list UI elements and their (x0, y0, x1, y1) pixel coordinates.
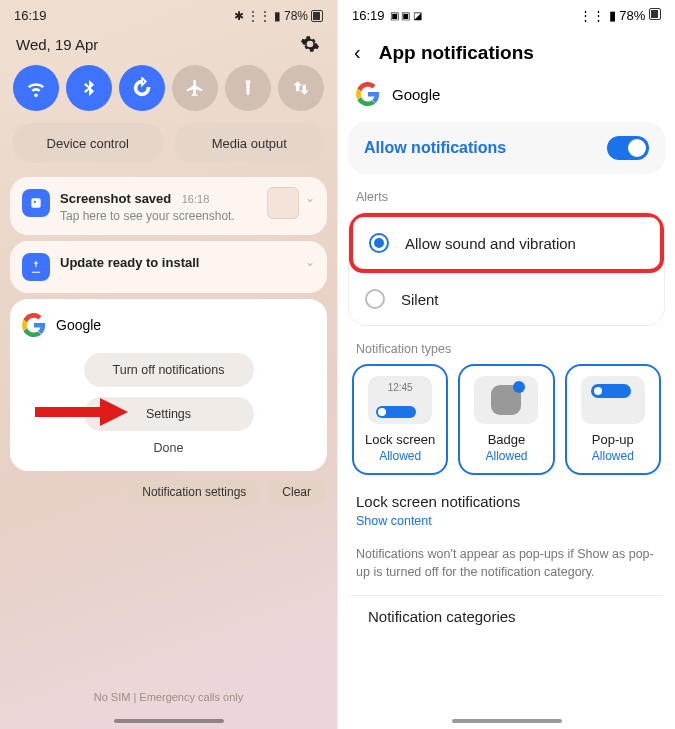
wifi-icon: ⋮⋮ (579, 8, 605, 23)
screenshot-thumb (267, 187, 299, 219)
battery-icon (311, 10, 323, 22)
app-name: Google (392, 86, 440, 103)
turn-off-notifications-button[interactable]: Turn off notifications (84, 353, 254, 387)
notif-title: Screenshot saved (60, 191, 171, 206)
radio-selected-icon[interactable] (369, 233, 389, 253)
svg-point-1 (34, 201, 36, 203)
ls-title: Lock screen notifications (356, 493, 657, 510)
radio-unselected-icon[interactable] (365, 289, 385, 309)
status-bar-left: 16:19 ✱ ⋮⋮ ▮ 78% (0, 0, 337, 27)
status-time: 16:19 (352, 8, 385, 23)
clear-button[interactable]: Clear (268, 479, 325, 505)
notif-subtitle: Tap here to see your screenshot. (60, 209, 235, 223)
done-button[interactable]: Done (22, 441, 315, 455)
no-sim-label: No SIM | Emergency calls only (0, 691, 337, 703)
google-app-name: Google (56, 317, 101, 333)
nav-handle[interactable] (114, 719, 224, 723)
status-icons: ⋮⋮ ▮ 78% (579, 8, 661, 23)
type-status: Allowed (485, 449, 527, 463)
signal-icon: ▮ (274, 9, 281, 23)
alert-sound-vibration-row[interactable]: Allow sound and vibration (349, 213, 664, 273)
settings-gear-icon[interactable] (299, 33, 321, 55)
transfer-toggle[interactable] (278, 65, 324, 111)
type-badge[interactable]: Badge Allowed (458, 364, 554, 475)
lock-screen-preview: 12:45 (368, 376, 432, 424)
wifi-toggle[interactable] (13, 65, 59, 111)
type-lock-screen[interactable]: 12:45 Lock screen Allowed (352, 364, 448, 475)
airplane-toggle[interactable] (172, 65, 218, 111)
notification-card[interactable]: Screenshot saved 16:18 Tap here to see y… (10, 177, 327, 235)
status-icons: ✱ ⋮⋮ ▮ 78% (234, 9, 323, 23)
date-label: Wed, 19 Apr (16, 36, 98, 53)
battery-percent: 78% (284, 9, 308, 23)
type-name: Lock screen (365, 432, 435, 447)
back-icon[interactable]: ‹ (354, 41, 361, 64)
status-mini-icons: ▣ ▣ ◪ (390, 10, 423, 21)
allow-toggle[interactable] (607, 136, 649, 160)
allow-label: Allow notifications (364, 139, 506, 157)
svg-rect-0 (31, 198, 40, 207)
ls-link: Show content (356, 514, 657, 528)
lock-screen-notifications-row[interactable]: Lock screen notifications Show content (338, 475, 675, 532)
left-phone-panel: 16:19 ✱ ⋮⋮ ▮ 78% Wed, 19 Apr Device cont… (0, 0, 338, 729)
alerts-section-label: Alerts (338, 174, 675, 212)
alert-silent-row[interactable]: Silent (349, 273, 664, 325)
allow-notifications-row[interactable]: Allow notifications (348, 122, 665, 174)
type-name: Pop-up (592, 432, 634, 447)
settings-button[interactable]: Settings (84, 397, 254, 431)
notif-title: Update ready to install (60, 255, 199, 270)
status-bar-right: 16:19 ▣ ▣ ◪ ⋮⋮ ▮ 78% (338, 0, 675, 29)
popup-preview (581, 376, 645, 424)
media-output-button[interactable]: Media output (174, 123, 326, 163)
badge-preview (474, 376, 538, 424)
chevron-down-icon[interactable]: ⌄ (305, 191, 315, 205)
notification-settings-button[interactable]: Notification settings (128, 479, 260, 505)
battery-percent: 78% (619, 8, 645, 23)
notification-categories-row[interactable]: Notification categories (350, 595, 663, 625)
type-status: Allowed (379, 449, 421, 463)
alert-silent-label: Silent (401, 291, 439, 308)
bluetooth-icon: ✱ (234, 9, 244, 23)
quick-settings-row (0, 65, 337, 123)
notif-time: 16:18 (182, 193, 210, 205)
alert-sound-label: Allow sound and vibration (405, 235, 576, 252)
type-popup[interactable]: Pop-up Allowed (565, 364, 661, 475)
type-name: Badge (488, 432, 526, 447)
google-logo-icon (356, 82, 380, 106)
rotate-toggle[interactable] (119, 65, 165, 111)
chevron-down-icon[interactable]: ⌄ (305, 255, 315, 269)
wifi-icon: ⋮⋮ (247, 9, 271, 23)
google-notification-card: Google Turn off notifications Settings D… (10, 299, 327, 471)
type-status: Allowed (592, 449, 634, 463)
right-phone-panel: 16:19 ▣ ▣ ◪ ⋮⋮ ▮ 78% ‹ App notifications… (338, 0, 675, 729)
battery-icon (649, 8, 661, 20)
note-text: Notifications won't appear as pop-ups if… (338, 532, 675, 595)
status-time: 16:19 (14, 8, 47, 23)
signal-icon: ▮ (609, 8, 616, 23)
bluetooth-toggle[interactable] (66, 65, 112, 111)
types-section-label: Notification types (338, 326, 675, 364)
nav-handle[interactable] (452, 719, 562, 723)
preview-time: 12:45 (388, 382, 413, 393)
notification-card[interactable]: Update ready to install ⌄ (10, 241, 327, 293)
update-icon (22, 253, 50, 281)
page-title: App notifications (379, 42, 534, 64)
device-control-button[interactable]: Device control (12, 123, 164, 163)
google-logo-icon (22, 313, 46, 337)
screenshot-icon (22, 189, 50, 217)
torch-toggle[interactable] (225, 65, 271, 111)
